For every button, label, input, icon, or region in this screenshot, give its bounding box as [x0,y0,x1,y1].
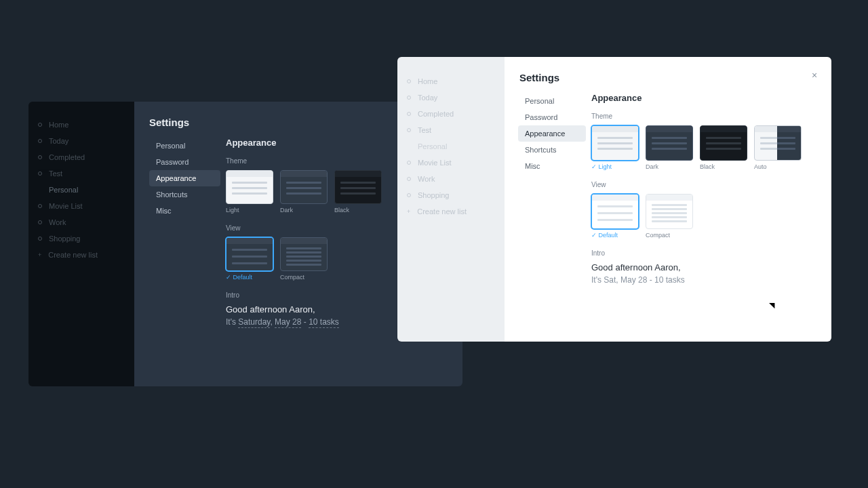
circle-icon [38,171,42,176]
nav-label: Movie List [418,159,452,167]
view-label: Compact [280,274,328,281]
view-preview-compact [646,194,693,229]
nav-test[interactable]: Test [397,122,505,138]
content-title: Appearance [591,93,818,103]
light-settings-window: Home Today Completed Test Personal Movie… [397,57,831,342]
nav-label: Today [49,137,68,145]
theme-option-light[interactable]: Light [591,125,639,170]
settings-nav-shortcuts[interactable]: Shortcuts [149,186,220,203]
nav-completed[interactable]: Completed [28,149,134,165]
nav-label: Test [418,126,431,134]
settings-nav-misc[interactable]: Misc [149,203,220,219]
settings-nav-appearance[interactable]: Appearance [149,170,220,186]
theme-option-black[interactable]: Black [334,170,382,214]
theme-preview-auto [754,125,802,161]
circle-icon [38,139,42,143]
view-option-compact[interactable]: Compact [280,237,328,281]
nav-label: Completed [49,153,85,161]
settings-nav-appearance[interactable]: Appearance [518,125,586,142]
close-icon: × [812,70,817,81]
nav-create-new-list[interactable]: +Create new list [397,203,505,220]
app-sidebar-light: Home Today Completed Test Personal Movie… [397,57,505,342]
nav-work[interactable]: Work [397,171,505,187]
view-section-label: View [591,181,818,188]
view-option-default[interactable]: Default [226,237,273,281]
view-preview-default [591,194,639,229]
view-label: Default [591,232,639,239]
circle-icon [38,237,42,241]
intro-tasks-editable[interactable]: 10 tasks [309,317,339,328]
theme-section-label: Theme [591,113,818,120]
circle-icon [38,123,42,127]
view-preview-compact [280,237,328,271]
modal-title: Settings [505,72,831,93]
nav-label: Personal [418,142,447,150]
theme-preview-light [591,125,639,161]
plus-icon: + [407,208,410,215]
theme-option-light[interactable]: Light [226,170,273,214]
settings-nav-shortcuts[interactable]: Shortcuts [518,142,586,158]
theme-label: Black [700,163,747,170]
theme-label: Dark [280,207,328,214]
theme-option-dark[interactable]: Dark [646,125,693,170]
theme-label: Light [591,163,639,170]
nav-today[interactable]: Today [397,89,505,106]
nav-label: Work [49,218,66,226]
circle-icon [407,177,411,181]
nav-movie-list[interactable]: Movie List [28,198,134,214]
theme-label: Light [226,207,273,214]
intro-date-editable[interactable]: May 28 [275,317,301,328]
intro-day-editable[interactable]: Saturday [238,317,270,328]
nav-test[interactable]: Test [28,165,134,182]
nav-home[interactable]: Home [28,117,134,133]
intro-greeting: Good afternoon Aaron, [591,262,818,272]
nav-personal[interactable]: Personal [397,138,505,155]
theme-option-auto[interactable]: Auto [754,125,802,170]
settings-nav-password[interactable]: Password [149,154,220,170]
settings-nav-personal[interactable]: Personal [149,138,220,154]
circle-icon [38,204,42,208]
settings-nav-personal[interactable]: Personal [518,93,586,109]
nav-label: Completed [418,110,454,118]
view-option-default[interactable]: Default [591,194,639,239]
theme-preview-black [700,125,747,161]
close-button[interactable]: × [808,69,821,81]
settings-nav-password[interactable]: Password [518,109,586,125]
circle-icon [407,161,411,165]
settings-nav: Personal Password Appearance Shortcuts M… [505,93,591,285]
intro-subline: It's Sat, May 28 - 10 tasks [591,275,818,285]
view-preview-default [226,237,273,271]
circle-icon [407,193,411,197]
nav-movie-list[interactable]: Movie List [397,155,505,171]
nav-completed[interactable]: Completed [397,106,505,122]
settings-nav: Personal Password Appearance Shortcuts M… [134,138,226,327]
view-label: Compact [646,232,693,239]
nav-create-new-list[interactable]: +Create new list [28,247,134,263]
view-option-compact[interactable]: Compact [646,194,693,239]
theme-option-black[interactable]: Black [700,125,747,170]
nav-label: Today [418,94,437,102]
nav-shopping[interactable]: Shopping [28,230,134,247]
theme-preview-dark [646,125,693,161]
settings-modal-light: × Settings Personal Password Appearance … [505,57,831,342]
view-label: Default [226,274,273,281]
plus-icon: + [38,251,41,258]
settings-content: Appearance Theme Light Dark Black [591,93,831,285]
nav-today[interactable]: Today [28,133,134,149]
nav-label: Work [418,175,435,183]
nav-shopping[interactable]: Shopping [397,187,505,203]
nav-label: Personal [49,186,78,194]
circle-icon [38,220,42,224]
nav-work[interactable]: Work [28,214,134,230]
nav-label: Shopping [49,235,81,243]
settings-nav-misc[interactable]: Misc [518,158,586,174]
circle-icon [38,155,42,159]
theme-preview-black [334,170,382,204]
theme-option-dark[interactable]: Dark [280,170,328,214]
nav-personal[interactable]: Personal [28,182,134,198]
cursor-icon: ◥ [769,301,774,310]
intro-section-label: Intro [591,249,818,257]
intro-sep: - [301,317,309,327]
theme-label: Auto [754,163,802,170]
nav-home[interactable]: Home [397,73,505,89]
